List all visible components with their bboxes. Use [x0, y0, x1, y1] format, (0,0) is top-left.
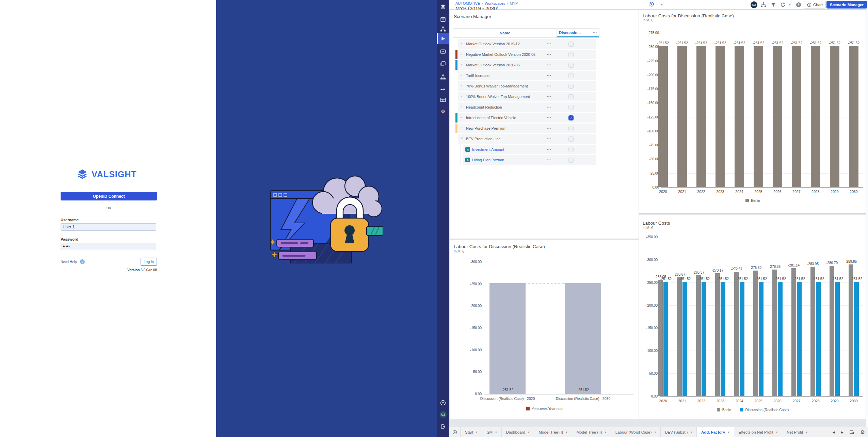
chevron-right-icon[interactable]: ›: [461, 62, 462, 66]
discussion-checkbox[interactable]: [568, 158, 574, 163]
bar-basic-2022[interactable]: [696, 275, 701, 396]
column-header-discussion[interactable]: Discussio... •••: [557, 28, 599, 37]
bar-basic-2025[interactable]: [753, 271, 758, 396]
scenario-row[interactable]: ›Headcount Reduction•••: [450, 102, 639, 112]
chevron-right-icon[interactable]: ›: [461, 126, 462, 130]
scenario-row[interactable]: ›70% Bonus Waiver Top-Management•••: [450, 81, 639, 91]
history-caret-icon[interactable]: ▾: [661, 3, 663, 6]
scrollbar[interactable]: [866, 9, 868, 427]
discussion-checkbox[interactable]: [568, 84, 574, 89]
assumption-name[interactable]: Investment Amount: [472, 147, 504, 151]
bar-berlin-2030[interactable]: [849, 46, 858, 187]
bar-berlin-2024[interactable]: [735, 46, 744, 187]
discussion-checkbox[interactable]: [568, 94, 574, 99]
login-button[interactable]: Log in: [141, 258, 157, 266]
bar-berlin-2027[interactable]: [792, 46, 801, 187]
help-question-icon[interactable]: ?: [80, 259, 85, 264]
scenario-manager-button[interactable]: Scenario Manager: [826, 1, 867, 9]
sheet-tab-bev-subst-[interactable]: BEV (Subst.)▾: [661, 427, 697, 437]
column-header-name[interactable]: Name: [453, 28, 557, 38]
bar-basic-2027[interactable]: [791, 268, 796, 396]
bar-discussion-realistic-case--2029[interactable]: [835, 282, 840, 396]
chart-button[interactable]: Chart: [804, 1, 826, 9]
chevron-right-icon[interactable]: ›: [461, 41, 462, 45]
sidebar-avatar[interactable]: U2: [437, 409, 449, 420]
refresh-icon[interactable]: [780, 2, 786, 7]
bar-discussion-realistic-case--2021[interactable]: [682, 282, 687, 396]
sheet-tab-model-tree-ii-[interactable]: Model Tree (II)▾: [572, 427, 611, 437]
hierarchy-icon[interactable]: [761, 2, 766, 7]
bar-year-over-year-data-Discussion-Realistic-Case-2020[interactable]: [489, 283, 526, 394]
bar-basic-2020[interactable]: [658, 280, 663, 396]
sidebar-item-archive[interactable]: [437, 14, 449, 25]
row-menu-icon[interactable]: •••: [545, 84, 553, 88]
chevron-right-icon[interactable]: ›: [461, 94, 462, 98]
row-menu-icon[interactable]: •••: [545, 53, 553, 56]
sidebar-item-data-flow[interactable]: [437, 84, 449, 94]
sheet-tab-add-factory[interactable]: Add. Factory▾: [697, 427, 734, 437]
sheet-tab-effects-on-net-profit[interactable]: Effects on Net Profit▾: [734, 427, 783, 437]
sidebar-logout-button[interactable]: [437, 421, 449, 432]
scenario-row[interactable]: ›Market Outlook Version 2020-05•••: [450, 60, 639, 70]
row-menu-icon[interactable]: •••: [545, 106, 553, 109]
openid-connect-button[interactable]: OpenID Connect: [61, 192, 157, 200]
discussion-checkbox[interactable]: [568, 52, 574, 57]
scenario-row[interactable]: ›Market Outlook Version 2019-12•••: [450, 39, 639, 49]
bar-discussion-realistic-case--2030[interactable]: [854, 282, 859, 396]
sheet-tab-dashboard[interactable]: Dashboard▾: [502, 427, 534, 437]
bar-discussion-realistic-case--2022[interactable]: [702, 282, 706, 396]
bar-basic-2024[interactable]: [734, 272, 739, 396]
discussion-checkbox[interactable]: [568, 136, 574, 142]
row-menu-icon[interactable]: •••: [545, 42, 553, 46]
chevron-down-icon[interactable]: ˅: [461, 136, 463, 140]
bar-berlin-2025[interactable]: [754, 46, 763, 187]
legend-item[interactable]: Berlin: [745, 198, 760, 203]
bar-discussion-realistic-case--2023[interactable]: [721, 282, 725, 396]
sheet-settings-button[interactable]: ⚙: [857, 427, 868, 437]
row-menu-icon[interactable]: •••: [545, 74, 553, 77]
bar-basic-2023[interactable]: [715, 273, 720, 396]
row-menu-icon[interactable]: •••: [545, 158, 553, 162]
sidebar-item-model-tree[interactable]: [437, 24, 449, 34]
sidebar-help-button[interactable]: ?: [437, 398, 449, 408]
sidebar-item-settings-gear[interactable]: ⚙: [437, 107, 449, 117]
history-icon[interactable]: [649, 2, 654, 7]
add-sheet-button[interactable]: [449, 427, 461, 437]
bar-basic-2028[interactable]: [810, 267, 815, 396]
sidebar-item-data-table[interactable]: [437, 95, 449, 105]
username-input[interactable]: [61, 223, 156, 231]
chevron-right-icon[interactable]: ›: [461, 83, 462, 87]
sheet-tab-sm[interactable]: SM▾: [482, 427, 502, 437]
download-icon[interactable]: [796, 2, 801, 7]
sheet-tab-net-profit[interactable]: Net Profit▾: [782, 427, 812, 437]
bar-berlin-2029[interactable]: [830, 46, 839, 187]
refresh-caret-icon[interactable]: ▾: [789, 3, 791, 6]
sidebar-item-simulation-tree[interactable]: [437, 72, 449, 82]
bar-discussion-realistic-case--2028[interactable]: [816, 282, 821, 396]
scenario-row[interactable]: aHiring Plan Poznan•••: [450, 155, 639, 165]
legend-item[interactable]: Year-over-Year data: [526, 407, 563, 411]
bar-basic-2030[interactable]: [849, 264, 853, 396]
scroll-tabs-right-icon[interactable]: ▶: [838, 427, 847, 437]
discussion-checkbox[interactable]: [568, 147, 574, 152]
sheet-tab-start[interactable]: Start▾: [461, 427, 482, 437]
column-options-icon[interactable]: •••: [593, 31, 597, 34]
row-menu-icon[interactable]: •••: [545, 137, 553, 141]
scenario-row[interactable]: ›Introduction of Electric Vehicle•••✓: [450, 113, 639, 123]
bar-basic-2029[interactable]: [830, 266, 834, 396]
row-menu-icon[interactable]: •••: [545, 63, 553, 67]
bar-discussion-realistic-case--2026[interactable]: [778, 282, 783, 396]
bar-basic-2021[interactable]: [677, 277, 682, 396]
assumption-name[interactable]: Hiring Plan Poznan: [472, 158, 504, 162]
row-menu-icon[interactable]: •••: [545, 95, 553, 98]
discussion-checkbox[interactable]: [568, 42, 574, 47]
scenario-row[interactable]: aInvestment Amount•••: [450, 145, 639, 154]
chevron-right-icon[interactable]: ›: [461, 52, 462, 56]
sheet-tab-labour-worst-case-[interactable]: Labour (Worst Case)▾: [611, 427, 661, 437]
sidebar-item-copies[interactable]: [437, 59, 449, 69]
scenario-row[interactable]: ˅BEV Production Line•••: [450, 134, 639, 144]
breadcrumb-workspaces[interactable]: Workspaces: [485, 1, 505, 5]
filter-icon[interactable]: [771, 2, 776, 7]
scenario-row[interactable]: ›Tariff Increase•••: [450, 71, 639, 80]
bar-discussion-realistic-case--2020[interactable]: [663, 282, 668, 396]
